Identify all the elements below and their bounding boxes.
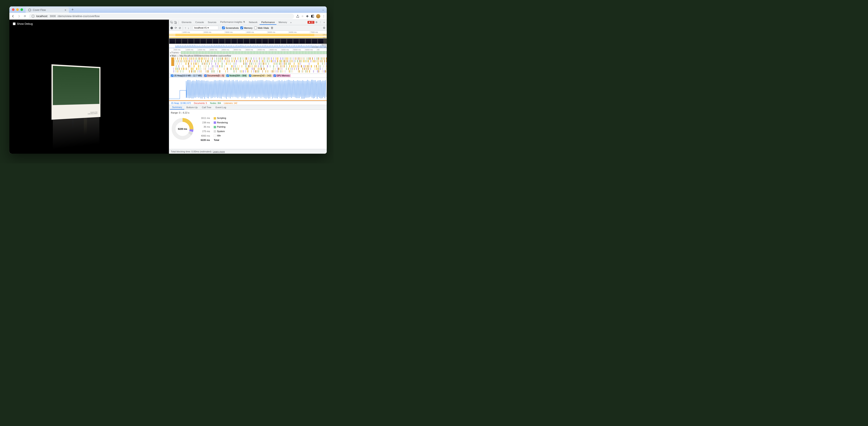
url-input[interactable]: i localhost:3000/demo/view-timeline-css/…	[29, 13, 294, 19]
close-window-button[interactable]	[12, 8, 14, 11]
tab-performance[interactable]: Performance	[259, 20, 276, 25]
extensions-icon[interactable]	[306, 15, 309, 18]
svg-rect-394	[236, 70, 237, 73]
tab-elements[interactable]: Elements	[180, 20, 193, 25]
close-tab-button[interactable]: ×	[65, 8, 66, 12]
svg-rect-206	[228, 62, 229, 65]
capture-settings-icon[interactable]: ⚙	[323, 26, 326, 29]
maximize-window-button[interactable]	[21, 8, 23, 11]
detail-ruler[interactable]: 500 ms1000 ms1500 ms2000 ms2500 ms3000 m…	[169, 48, 327, 51]
device-toggle-icon[interactable]	[174, 21, 177, 24]
svg-rect-388	[214, 70, 215, 73]
svg-rect-348	[278, 68, 279, 70]
coverflow-container[interactable]: OK & 4 THEORY Volume One DAB RECORDS	[9, 39, 169, 145]
svg-rect-3	[174, 21, 176, 24]
record-button[interactable]	[170, 27, 173, 29]
svg-rect-320	[198, 68, 199, 70]
album-cover-1[interactable]: Volume One DAB RECORDS	[52, 64, 100, 120]
gc-button[interactable]: 🗑	[271, 26, 273, 29]
svg-rect-310	[177, 68, 177, 70]
main-track[interactable]: ▾ Main — http://localhost:3000/demo/view…	[169, 54, 327, 74]
tab-console[interactable]: Console	[194, 20, 206, 25]
frames-track[interactable]: ▸Framesns	[169, 51, 327, 54]
svg-rect-77	[299, 57, 299, 60]
memory-checkbox[interactable]: Memory	[240, 26, 252, 29]
svg-rect-435	[324, 70, 325, 73]
show-debug-checkbox[interactable]	[13, 22, 16, 25]
reload-button[interactable]: ⟳	[23, 14, 27, 18]
devtools-icon[interactable]	[311, 15, 314, 18]
svg-rect-39	[233, 57, 233, 60]
heap-overview[interactable]: HEAP 10.5 MB – 12.7 MB	[169, 44, 327, 48]
new-tab-button[interactable]: +	[71, 7, 74, 12]
more-tabs-icon[interactable]: »	[289, 21, 292, 24]
svg-rect-261	[221, 65, 222, 67]
svg-rect-373	[179, 70, 179, 73]
overview-ruler: 1000 ms2000 ms3000 ms4000 ms5000 ms6000 …	[169, 31, 327, 34]
svg-rect-76	[298, 57, 298, 60]
browser-tab[interactable]: Cover Flow ×	[26, 7, 69, 13]
blocking-time-text: Total blocking time: 0.00ms (estimated)	[171, 150, 212, 153]
svg-rect-21	[201, 57, 202, 60]
site-info-icon[interactable]: i	[32, 15, 35, 18]
clear-button[interactable]: ⊘	[179, 26, 181, 29]
chevron-down-icon[interactable]: ⌄	[322, 8, 324, 11]
svg-rect-84	[309, 57, 311, 60]
svg-rect-363	[311, 68, 311, 70]
svg-rect-29	[214, 57, 215, 60]
reload-record-button[interactable]: ⟳	[175, 26, 177, 29]
jsheap-chip[interactable]: JS Heap[10.5 MB – 12.7 MB]	[170, 74, 203, 77]
inspect-icon[interactable]	[170, 21, 174, 24]
svg-rect-432	[317, 70, 318, 73]
tab-memory[interactable]: Memory	[277, 20, 289, 25]
bookmark-icon[interactable]: ☆	[301, 15, 304, 18]
svg-rect-30	[216, 57, 217, 60]
listeners-chip[interactable]: Listeners[142 – 142]	[248, 74, 272, 77]
screenshots-checkbox[interactable]: Screenshots	[222, 26, 239, 29]
svg-rect-31	[218, 57, 219, 60]
eventlog-tab[interactable]: Event Log	[214, 106, 228, 109]
svg-rect-180	[322, 60, 323, 62]
tab-network[interactable]: Network	[247, 20, 259, 25]
svg-rect-219	[260, 62, 261, 65]
main-header[interactable]: ▾ Main — http://localhost:3000/demo/view…	[169, 54, 327, 57]
svg-rect-283	[273, 65, 274, 67]
chrome-menu-icon[interactable]: ⋮	[322, 15, 325, 18]
error-badge[interactable]: ✖ 22	[308, 21, 314, 24]
minimize-window-button[interactable]	[16, 8, 19, 11]
calltree-tab[interactable]: Call Tree	[200, 106, 214, 109]
svg-rect-0	[311, 15, 312, 18]
svg-rect-136	[250, 60, 251, 62]
svg-rect-159	[290, 60, 290, 62]
profile-avatar[interactable]	[316, 14, 320, 18]
flame-chart[interactable]	[169, 57, 327, 74]
back-button[interactable]	[11, 14, 15, 18]
stat-nodes: Nodes: 304	[210, 102, 221, 104]
svg-rect-208	[234, 62, 235, 65]
learn-more-link[interactable]: Learn more	[213, 150, 225, 153]
frames-unit: ns	[179, 52, 181, 54]
settings-icon[interactable]: ⚙	[315, 21, 318, 24]
forward-button[interactable]	[17, 14, 21, 18]
more-icon[interactable]: ⋮	[319, 21, 322, 24]
upload-button[interactable]: ↑	[185, 26, 186, 29]
gpu-chip[interactable]: GPU Memory	[273, 74, 291, 77]
timeline-overview[interactable]: 1000 ms2000 ms3000 ms4000 ms5000 ms6000 …	[169, 31, 327, 38]
tab-sources[interactable]: Sources	[206, 20, 218, 25]
svg-rect-338	[252, 68, 253, 70]
svg-rect-253	[204, 65, 204, 67]
nodes-chip[interactable]: Nodes[304 – 304]	[225, 74, 247, 77]
show-debug-toggle[interactable]: Show Debug	[13, 22, 33, 25]
documents-chip[interactable]: Documents[5 – 5]	[203, 74, 225, 77]
profile-selector[interactable]: localhost #1 ▾	[193, 26, 218, 30]
summary-tab[interactable]: Summary	[170, 105, 184, 110]
webvitals-checkbox[interactable]: Web Vitals	[254, 26, 269, 29]
filmstrip[interactable]	[169, 38, 327, 44]
tab-perf-insights[interactable]: Performance insights ⚗	[219, 20, 247, 25]
memory-chart[interactable]	[169, 78, 327, 102]
flame-bars	[169, 57, 327, 74]
share-icon[interactable]	[296, 15, 299, 18]
bottomup-tab[interactable]: Bottom-Up	[184, 106, 200, 109]
download-button[interactable]: ↓	[188, 26, 189, 29]
close-devtools-icon[interactable]: ×	[322, 21, 326, 24]
